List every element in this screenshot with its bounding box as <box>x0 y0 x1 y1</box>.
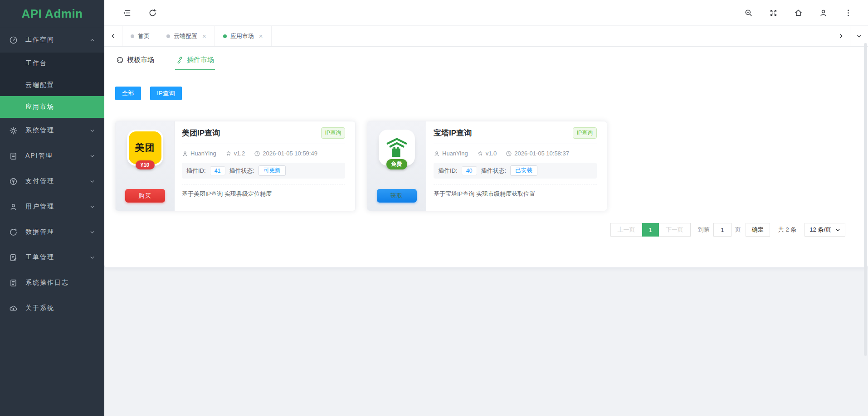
plugin-card-header: 美团IP查询 IP查询 <box>182 127 345 144</box>
category-filter-bar: 全部 IP查询 <box>115 87 857 100</box>
more-icon[interactable] <box>844 9 853 17</box>
sidebar-item-workbench[interactable]: 工作台 <box>0 53 104 74</box>
sidebar-item-api-mgmt[interactable]: API管理 <box>0 143 104 169</box>
plugin-updated: 2026-01-05 10:59:49 <box>254 150 317 157</box>
plugin-status-value[interactable]: 已安装 <box>510 165 537 176</box>
tabs-scroll-left-button[interactable] <box>104 26 122 46</box>
sidebar-item-system-mgmt[interactable]: 系统管理 <box>0 118 104 143</box>
plugin-category-tag: IP查询 <box>321 127 345 139</box>
plugin-info-strip: 插件ID: 40 插件状态: 已安装 <box>434 163 597 179</box>
plugin-category-tag: IP查询 <box>573 127 597 139</box>
tab-app-market[interactable]: 应用市场 × <box>215 26 272 46</box>
plugin-version: v1.0 <box>477 150 497 157</box>
sidebar-item-operation-log[interactable]: 系统操作日志 <box>0 270 104 295</box>
chevron-down-icon <box>89 229 95 235</box>
sidebar-item-ticket-mgmt[interactable]: 工单管理 <box>0 245 104 270</box>
plugin-meta-row: HuanYing v1.2 2026-01-05 10:59:49 <box>182 150 345 157</box>
sidebar-item-label: 工作台 <box>25 59 47 68</box>
plugin-id-value: 40 <box>462 166 477 175</box>
tab-label: 应用市场 <box>230 32 254 40</box>
plugin-status-value[interactable]: 可更新 <box>258 165 286 176</box>
tab-label: 云端配置 <box>174 32 197 40</box>
plugin-id-label: 插件ID: <box>186 167 206 175</box>
fullscreen-icon[interactable] <box>769 9 778 17</box>
sidebar-item-label: 数据管理 <box>25 228 54 236</box>
filter-ip-query-button[interactable]: IP查询 <box>150 87 182 100</box>
chevron-up-icon <box>89 37 95 43</box>
app-window: API Admin 工作空间 工作台 云端配置 应用市场 <box>0 0 868 416</box>
goto-page-unit: 页 <box>735 226 741 234</box>
meituan-app-icon-text: 美团 <box>135 141 155 154</box>
ticket-icon <box>9 253 18 262</box>
close-icon[interactable]: × <box>202 33 206 39</box>
tab-cloud-config[interactable]: 云端配置 × <box>158 26 215 46</box>
plugin-status-label: 插件状态: <box>481 167 507 175</box>
sidebar-item-label: 工单管理 <box>25 253 54 261</box>
star-icon <box>477 150 483 157</box>
data-sync-icon <box>9 228 18 237</box>
plugin-card-body: 宝塔IP查询 IP查询 HuanYing v1.0 <box>426 121 607 211</box>
goto-page-label: 到第 <box>698 226 710 234</box>
plugin-description: 基于宝塔IP查询 实现市级精度获取位置 <box>434 184 597 198</box>
goto-page-input[interactable] <box>713 223 731 237</box>
sidebar-item-workspace[interactable]: 工作空间 <box>0 27 104 53</box>
main-area: 首页 云端配置 × 应用市场 × <box>104 0 868 416</box>
filter-all-button[interactable]: 全部 <box>115 87 141 100</box>
sidebar-item-payment-mgmt[interactable]: 支付管理 <box>0 169 104 194</box>
plugin-version: v1.2 <box>225 150 245 157</box>
sidebar-item-label: 云端配置 <box>25 81 54 89</box>
market-tab-label: 模板市场 <box>127 56 154 64</box>
refresh-icon[interactable] <box>148 9 157 17</box>
toolbar-left-group <box>122 9 157 17</box>
sidebar-item-user-mgmt[interactable]: 用户管理 <box>0 194 104 219</box>
next-page-button[interactable]: 下一页 <box>658 223 691 237</box>
page-size-value: 12 条/页 <box>809 226 831 234</box>
plugin-icon <box>176 56 184 64</box>
home-icon[interactable] <box>794 9 803 17</box>
meituan-app-icon: 美团 <box>129 131 161 164</box>
plugin-icon-wrap: 免费 <box>380 131 413 164</box>
log-icon <box>9 279 18 287</box>
plugin-title: 宝塔IP查询 <box>434 128 472 138</box>
plugin-id-value: 41 <box>210 166 225 175</box>
fold-icon[interactable] <box>122 9 131 17</box>
sidebar-item-label: 关于系统 <box>25 304 54 312</box>
app-logo: API Admin <box>0 0 104 27</box>
goto-confirm-button[interactable]: 确定 <box>746 223 770 237</box>
page-size-select[interactable]: 12 条/页 <box>805 223 845 237</box>
buy-button[interactable]: 购买 <box>125 189 165 203</box>
tab-plugin-market[interactable]: 插件市场 <box>175 53 215 70</box>
chevron-down-icon <box>89 128 95 134</box>
sidebar-item-label: 应用市场 <box>25 103 54 111</box>
tab-template-market[interactable]: 模板市场 <box>115 53 155 70</box>
vertical-scrollbar[interactable] <box>864 43 867 356</box>
plugin-icon-wrap: 美团 ¥10 <box>129 131 161 164</box>
plugin-author: HuanYing <box>182 150 216 157</box>
tab-label: 首页 <box>138 32 150 40</box>
clock-icon <box>506 150 512 157</box>
workspace-submenu: 工作台 云端配置 应用市场 <box>0 53 104 118</box>
plugin-card-left: 美团 ¥10 购买 <box>116 121 175 211</box>
search-icon[interactable] <box>744 9 753 17</box>
tabs-scroll-right-button[interactable] <box>832 26 850 46</box>
tab-home[interactable]: 首页 <box>122 26 158 46</box>
user-icon[interactable] <box>819 9 828 17</box>
sidebar-item-data-mgmt[interactable]: 数据管理 <box>0 219 104 245</box>
plugin-card: 免费 获取 宝塔IP查询 IP查询 <box>367 121 607 211</box>
prev-page-button[interactable]: 上一页 <box>610 223 643 237</box>
chevron-down-icon <box>89 255 95 261</box>
plugin-meta-row: HuanYing v1.0 2026-01-05 10:58:37 <box>434 150 597 157</box>
sidebar-item-label: 工作空间 <box>25 36 54 44</box>
get-button[interactable]: 获取 <box>377 189 417 203</box>
sidebar-item-about-system[interactable]: 关于系统 <box>0 295 104 321</box>
current-page-button[interactable]: 1 <box>642 223 659 237</box>
sidebar-item-app-market[interactable]: 应用市场 <box>0 96 104 118</box>
tab-status-dot <box>166 34 170 38</box>
plugin-card-header: 宝塔IP查询 IP查询 <box>434 127 597 144</box>
close-icon[interactable]: × <box>259 33 263 39</box>
sidebar-item-cloud-config[interactable]: 云端配置 <box>0 74 104 96</box>
page-tabbar: 首页 云端配置 × 应用市场 × <box>104 26 868 47</box>
author-icon <box>182 150 188 157</box>
author-icon <box>434 150 440 157</box>
top-toolbar <box>104 0 868 26</box>
